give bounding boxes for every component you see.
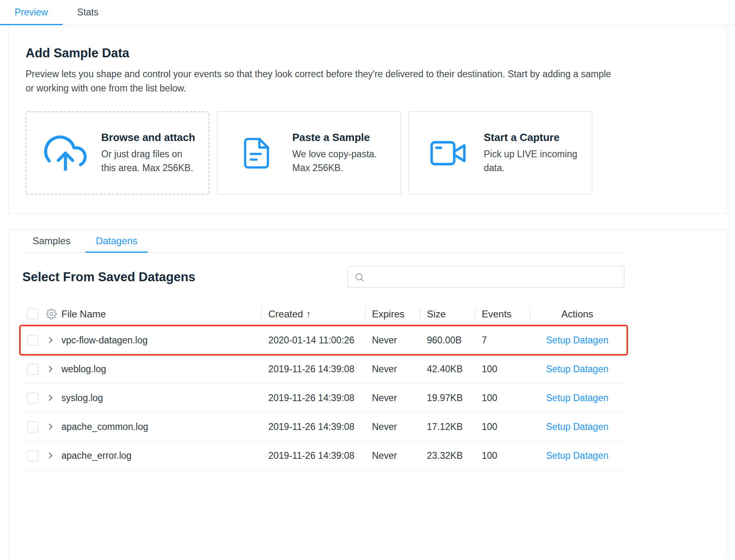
sort-ascending-icon: ↑ [306,309,311,319]
saved-datagens-panel: Samples Datagens Select From Saved Datag… [8,229,727,559]
start-a-capture-card[interactable]: Start a Capture Pick up LIVE incoming da… [409,111,592,195]
column-header-expires[interactable]: Expires [365,302,420,326]
table-row[interactable]: apache_error.log 2019-11-26 14:39:08 Nev… [22,441,624,470]
chevron-right-icon[interactable] [46,393,55,402]
card-title: Browse and attach [101,131,199,144]
datagens-table: File Name Created ↑ Expires Size Events … [22,302,624,470]
top-tabbar: Preview Stats [0,0,735,25]
expires-cell: Never [365,441,420,470]
section-description: Preview lets you shape and control your … [26,67,615,95]
tab-samples[interactable]: Samples [22,230,80,252]
column-header-size[interactable]: Size [420,302,475,326]
card-description: We love copy-pasta. Max 256KB. [292,148,391,175]
list-title: Select From Saved Datagens [22,270,196,284]
page-title: Add Sample Data [26,46,709,61]
column-header-created[interactable]: Created ↑ [262,302,365,326]
table-row[interactable]: vpc-flow-datagen.log 2020-01-14 11:00:26… [22,326,624,355]
file-name-cell: apache_common.log [61,412,262,441]
tab-stats[interactable]: Stats [63,0,113,25]
chevron-right-icon[interactable] [46,365,55,373]
events-cell: 100 [475,412,530,441]
chevron-right-icon[interactable] [46,451,55,460]
file-name-cell: syslog.log [61,384,262,412]
card-text: Start a Capture Pick up LIVE incoming da… [484,131,582,175]
table-row[interactable]: apache_common.log 2019-11-26 14:39:08 Ne… [22,412,624,441]
row-checkbox[interactable] [27,393,38,404]
chevron-right-icon[interactable] [46,336,55,345]
setup-datagen-link[interactable]: Setup Datagen [546,393,608,404]
table-row[interactable]: weblog.log 2019-11-26 14:39:08 Never 42.… [22,355,624,384]
size-cell: 23.32KB [420,441,475,470]
sample-list-tabbar: Samples Datagens [22,230,624,253]
table-row[interactable]: syslog.log 2019-11-26 14:39:08 Never 19.… [22,384,624,412]
setup-datagen-link[interactable]: Setup Datagen [546,450,608,461]
search-icon [354,272,365,282]
list-header: Select From Saved Datagens [22,266,624,288]
events-cell: 100 [475,384,530,412]
add-sample-data-panel: Add Sample Data Preview lets you shape a… [8,27,727,214]
size-cell: 19.97KB [420,384,475,412]
select-all-checkbox[interactable] [27,308,38,319]
row-checkbox[interactable] [27,421,38,432]
events-cell: 100 [475,441,530,470]
card-title: Paste a Sample [292,131,391,144]
tab-preview[interactable]: Preview [0,0,63,25]
column-header-events[interactable]: Events [475,302,530,326]
column-header-file-name[interactable]: File Name [61,302,262,326]
created-cell: 2019-11-26 14:39:08 [262,412,365,441]
search-box [348,266,624,288]
gear-icon[interactable] [46,308,57,319]
expires-cell: Never [365,412,420,441]
file-name-cell: apache_error.log [61,441,262,470]
created-cell: 2019-11-26 14:39:08 [262,355,365,383]
row-checkbox[interactable] [27,450,38,461]
card-text: Paste a Sample We love copy-pasta. Max 2… [292,131,391,175]
file-name-cell: vpc-flow-datagen.log [61,326,262,354]
expires-cell: Never [365,384,420,412]
expires-cell: Never [365,326,420,354]
search-input[interactable] [369,267,618,287]
setup-datagen-link[interactable]: Setup Datagen [546,335,608,346]
row-checkbox[interactable] [27,335,38,346]
row-checkbox[interactable] [27,364,38,375]
expires-cell: Never [365,355,420,383]
setup-datagen-link[interactable]: Setup Datagen [546,364,608,375]
video-camera-icon [425,135,471,172]
events-cell: 100 [475,355,530,383]
sample-source-cards: Browse and attach Or just drag files on … [26,111,709,195]
card-text: Browse and attach Or just drag files on … [101,131,199,175]
card-description: Pick up LIVE incoming data. [484,148,582,175]
size-cell: 17.12KB [420,412,475,441]
table-header-row: File Name Created ↑ Expires Size Events … [22,302,624,326]
created-cell: 2020-01-14 11:00:26 [262,326,365,354]
browse-and-attach-card[interactable]: Browse and attach Or just drag files on … [26,111,209,195]
column-header-actions: Actions [530,302,624,326]
created-cell: 2019-11-26 14:39:08 [262,384,365,412]
tab-datagens[interactable]: Datagens [85,230,148,252]
created-cell: 2019-11-26 14:39:08 [262,441,365,470]
size-cell: 42.40KB [420,355,475,383]
card-title: Start a Capture [484,131,582,144]
card-description: Or just drag files on this area. Max 256… [101,148,199,175]
size-cell: 960.00B [420,326,475,354]
events-cell: 7 [475,326,530,354]
cloud-upload-icon [43,132,88,175]
chevron-right-icon[interactable] [46,422,55,431]
setup-datagen-link[interactable]: Setup Datagen [546,421,608,432]
paste-a-sample-card[interactable]: Paste a Sample We love copy-pasta. Max 2… [217,111,401,195]
document-icon [234,132,279,174]
file-name-cell: weblog.log [61,355,262,383]
